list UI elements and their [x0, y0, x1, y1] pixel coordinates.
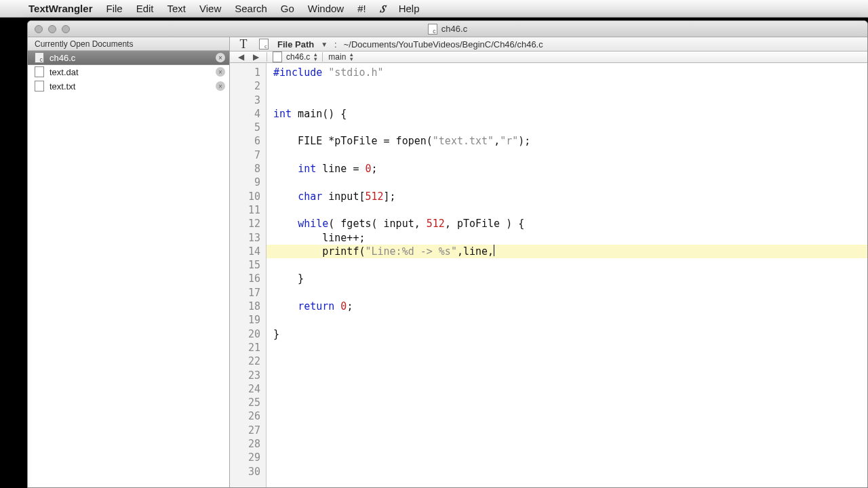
text-options-icon[interactable]: T [237, 37, 250, 51]
documents-list: ch46.c×text.dat×text.txt× [28, 51, 229, 487]
code-line[interactable]: printf("Line:%d -> %s",line, [267, 245, 867, 258]
chevron-updown-icon: ▴▾ [350, 52, 353, 62]
code-line[interactable]: char input[512]; [273, 190, 396, 203]
file-icon [35, 66, 44, 77]
window-titlebar[interactable]: ch46.c [28, 21, 867, 37]
path-bar: T File Path ▼ : ~/Documents/YouTubeVideo… [230, 37, 867, 52]
macos-menubar: TextWrangler File Edit Text View Search … [0, 0, 868, 18]
code-line[interactable]: int main() { [273, 108, 347, 120]
nav-back-icon[interactable]: ◀ [235, 52, 246, 62]
code-line[interactable]: while( fgets( input, 512, pToFile ) { [273, 218, 524, 230]
code-line[interactable]: return 0; [273, 300, 353, 312]
code-line[interactable]: #include "stdio.h" [273, 66, 384, 79]
path-label: File Path [277, 39, 314, 49]
code-line[interactable]: FILE *pToFile = fopen("text.txt","r"); [273, 135, 530, 147]
document-options-icon[interactable] [257, 37, 271, 51]
scripts-menu-icon[interactable]: 𝑆 [380, 3, 385, 15]
path-menu-icon[interactable]: ▼ [321, 41, 328, 48]
window-minimize-button[interactable] [48, 25, 56, 33]
chevron-updown-icon: ▴▾ [314, 52, 317, 62]
code-line[interactable]: } [273, 272, 304, 285]
menu-view[interactable]: View [199, 3, 221, 14]
menu-text[interactable]: Text [167, 3, 186, 14]
text-cursor [494, 245, 494, 256]
symbol-popup-label: main [328, 52, 346, 62]
document-proxy-icon [428, 24, 437, 35]
file-icon [273, 52, 282, 62]
code-line[interactable]: int line = 0; [273, 163, 378, 175]
code-area[interactable]: #include "stdio.h" int main() { FILE *pT… [267, 63, 867, 488]
sidebar-document[interactable]: text.dat× [28, 65, 229, 79]
window-title: ch46.c [441, 24, 467, 34]
file-icon [35, 81, 44, 92]
menu-search[interactable]: Search [235, 3, 267, 14]
sidebar-document[interactable]: text.txt× [28, 79, 229, 94]
close-document-icon[interactable]: × [216, 53, 225, 62]
sidebar-header: Currently Open Documents [28, 37, 229, 51]
app-menu[interactable]: TextWrangler [28, 3, 92, 14]
menu-window[interactable]: Window [308, 3, 344, 14]
menu-go[interactable]: Go [281, 3, 294, 14]
editor-window: ch46.c Currently Open Documents ch46.c×t… [27, 20, 868, 488]
menu-file[interactable]: File [106, 3, 122, 14]
file-popup[interactable]: ch46.c ▴▾ [273, 52, 317, 62]
cfile-icon [35, 52, 44, 63]
code-editor[interactable]: 1234567891011121314151617181920212223242… [230, 63, 867, 488]
file-popup-label: ch46.c [286, 52, 310, 62]
line-number-gutter: 1234567891011121314151617181920212223242… [230, 63, 267, 488]
nav-forward-icon[interactable]: ▶ [250, 52, 261, 62]
menu-help[interactable]: Help [399, 3, 420, 14]
nav-bar: ◀ ▶ ch46.c ▴▾ main ▴▾ [230, 52, 867, 63]
window-close-button[interactable] [35, 25, 43, 33]
sidebar-document-label: text.dat [50, 67, 79, 77]
code-line[interactable]: line++; [273, 232, 365, 244]
close-document-icon[interactable]: × [216, 81, 225, 91]
window-zoom-button[interactable] [62, 25, 70, 33]
sidebar-document-label: ch46.c [50, 53, 75, 63]
path-crumb[interactable]: ~/Documents/YouTubeVideos/BeginC/Ch46/ch… [344, 39, 543, 49]
menu-edit[interactable]: Edit [136, 3, 154, 14]
sidebar-document-label: text.txt [50, 81, 75, 92]
code-line[interactable]: } [273, 328, 279, 340]
close-document-icon[interactable]: × [216, 67, 225, 77]
documents-sidebar: Currently Open Documents ch46.c×text.dat… [28, 37, 230, 487]
menu-shebang[interactable]: #! [357, 3, 366, 14]
sidebar-document[interactable]: ch46.c× [28, 51, 229, 65]
symbol-popup[interactable]: main ▴▾ [328, 52, 353, 62]
